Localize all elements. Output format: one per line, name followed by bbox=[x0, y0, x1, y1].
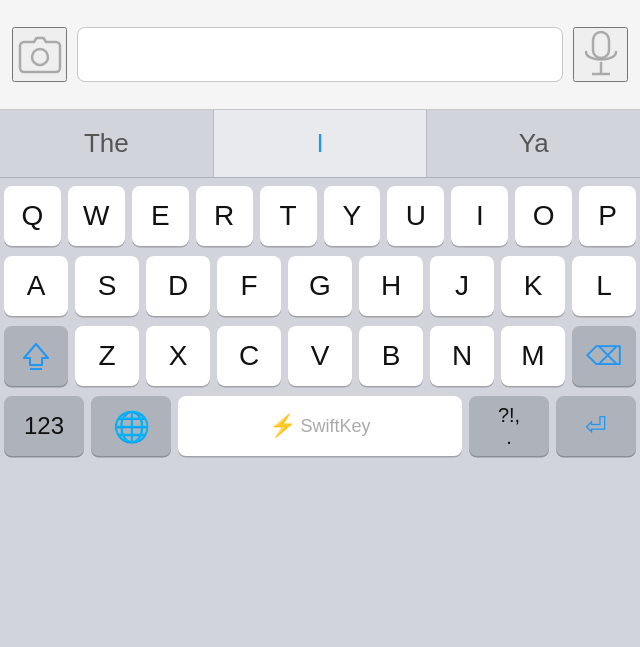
globe-key[interactable]: 🌐 bbox=[91, 396, 171, 456]
key-e[interactable]: E bbox=[132, 186, 189, 246]
key-o[interactable]: O bbox=[515, 186, 572, 246]
key-n[interactable]: N bbox=[430, 326, 494, 386]
globe-icon: 🌐 bbox=[113, 409, 150, 444]
camera-icon bbox=[18, 36, 62, 74]
key-row-1: Q W E R T Y U I O P bbox=[4, 186, 636, 246]
key-a[interactable]: A bbox=[4, 256, 68, 316]
key-q[interactable]: Q bbox=[4, 186, 61, 246]
key-m[interactable]: M bbox=[501, 326, 565, 386]
key-t[interactable]: T bbox=[260, 186, 317, 246]
key-f[interactable]: F bbox=[217, 256, 281, 316]
key-l[interactable]: L bbox=[572, 256, 636, 316]
svg-rect-1 bbox=[593, 32, 609, 58]
key-u[interactable]: U bbox=[387, 186, 444, 246]
key-row-3: Z X C V B N M ⌫ bbox=[4, 326, 636, 386]
space-key[interactable]: ⚡ SwiftKey bbox=[178, 396, 462, 456]
camera-button[interactable] bbox=[12, 27, 67, 82]
key-b[interactable]: B bbox=[359, 326, 423, 386]
key-d[interactable]: D bbox=[146, 256, 210, 316]
key-r[interactable]: R bbox=[196, 186, 253, 246]
prediction-ya[interactable]: Ya bbox=[427, 110, 640, 177]
key-h[interactable]: H bbox=[359, 256, 423, 316]
prediction-i[interactable]: I bbox=[214, 110, 428, 177]
return-key[interactable]: ⏎ bbox=[556, 396, 636, 456]
key-p[interactable]: P bbox=[579, 186, 636, 246]
backspace-key[interactable]: ⌫ bbox=[572, 326, 636, 386]
key-z[interactable]: Z bbox=[75, 326, 139, 386]
swiftkey-logo: ⚡ SwiftKey bbox=[269, 413, 370, 439]
key-i[interactable]: I bbox=[451, 186, 508, 246]
prediction-the[interactable]: The bbox=[0, 110, 214, 177]
svg-point-0 bbox=[32, 49, 48, 65]
key-s[interactable]: S bbox=[75, 256, 139, 316]
punctuation-key[interactable]: ?!, . bbox=[469, 396, 549, 456]
return-icon: ⏎ bbox=[585, 411, 607, 442]
key-v[interactable]: V bbox=[288, 326, 352, 386]
key-row-bottom: 123 🌐 ⚡ SwiftKey ?!, . ⏎ bbox=[4, 396, 636, 456]
key-w[interactable]: W bbox=[68, 186, 125, 246]
backspace-icon: ⌫ bbox=[586, 341, 623, 372]
key-k[interactable]: K bbox=[501, 256, 565, 316]
microphone-button[interactable] bbox=[573, 27, 628, 82]
key-y[interactable]: Y bbox=[324, 186, 381, 246]
microphone-icon bbox=[582, 30, 620, 80]
shift-icon bbox=[21, 341, 51, 371]
numbers-key[interactable]: 123 bbox=[4, 396, 84, 456]
key-c[interactable]: C bbox=[217, 326, 281, 386]
prediction-bar: The I Ya bbox=[0, 110, 640, 178]
shift-key[interactable] bbox=[4, 326, 68, 386]
search-input[interactable] bbox=[77, 27, 563, 82]
top-bar bbox=[0, 0, 640, 110]
key-j[interactable]: J bbox=[430, 256, 494, 316]
key-row-2: A S D F G H J K L bbox=[4, 256, 636, 316]
keyboard: Q W E R T Y U I O P A S D F G H J K L Z … bbox=[0, 178, 640, 460]
key-g[interactable]: G bbox=[288, 256, 352, 316]
key-x[interactable]: X bbox=[146, 326, 210, 386]
